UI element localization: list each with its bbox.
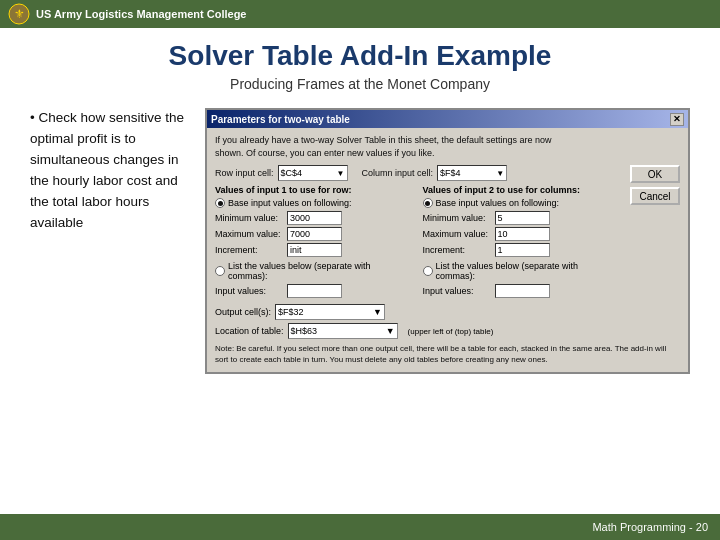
main-content: Solver Table Add-In Example Producing Fr… [0,28,720,384]
left-min-label: Minimum value: [215,213,283,223]
row-dropdown-arrow: ▼ [337,169,345,178]
bullet-item: • Check how sensitive the optimal profit… [30,108,185,234]
col-dropdown-arrow: ▼ [496,169,504,178]
left-radio1-row[interactable]: Base input values on following: [215,198,413,208]
dialog-title-text: Parameters for two-way table [211,114,350,125]
dialog-window: Parameters for two-way table ✕ If you al… [205,108,690,374]
left-group: Values of input 1 to use for row: Base i… [215,185,413,300]
location-row: Location of table: $H$63 ▼ (upper left o… [215,323,680,339]
right-max-row: Maximum value: [423,227,621,241]
info-line2: shown. Of course, you can enter new valu… [215,148,435,158]
dialog-info: If you already have a two-way Solver Tab… [215,134,680,159]
location-dropdown-arrow: ▼ [386,326,395,336]
left-inc-label: Increment: [215,245,283,255]
right-list-label: Input values: [423,286,491,296]
right-max-label: Maximum value: [423,229,491,239]
row-input-row: Row input cell: $C$4 ▼ Column input cell… [215,165,620,181]
footer-text: Math Programming - 20 [592,521,708,533]
left-radio2-row[interactable]: List the values below (separate with com… [215,261,413,281]
two-cols: Values of input 1 to use for row: Base i… [215,185,620,300]
output-label: Output cell(s): [215,307,271,317]
right-group-title: Values of input 2 to use for columns: [423,185,621,195]
location-dropdown[interactable]: $H$63 ▼ [288,323,398,339]
slide-title: Solver Table Add-In Example [30,40,690,72]
right-radio1-row[interactable]: Base input values on following: [423,198,621,208]
right-inc-label: Increment: [423,245,491,255]
left-list-input[interactable] [287,284,342,298]
right-inc-input[interactable] [495,243,550,257]
dialog-body: If you already have a two-way Solver Tab… [207,128,688,372]
right-list-row: Input values: [423,284,621,298]
svg-text:⚜: ⚜ [14,7,25,21]
right-radio1-label: Base input values on following: [436,198,560,208]
dialog-titlebar: Parameters for two-way table ✕ [207,110,688,128]
right-list-input[interactable] [495,284,550,298]
col-input-value: $F$4 [440,168,461,178]
right-max-input[interactable] [495,227,550,241]
left-list-row: Input values: [215,284,413,298]
header-title: US Army Logistics Management College [36,8,246,20]
note-text: Note: Be careful. If you select more tha… [215,343,680,365]
cancel-button[interactable]: Cancel [630,187,680,205]
left-radio2-label: List the values below (separate with com… [228,261,413,281]
footer-bar: Math Programming - 20 [0,514,720,540]
left-list-label: Input values: [215,286,283,296]
ok-button[interactable]: OK [630,165,680,183]
row-input-label: Row input cell: [215,168,274,178]
right-inc-row: Increment: [423,243,621,257]
dialog-close-button[interactable]: ✕ [670,113,684,126]
location-value: $H$63 [291,326,318,336]
left-min-row: Minimum value: [215,211,413,225]
right-radio2-row[interactable]: List the values below (separate with com… [423,261,621,281]
info-line1: If you already have a two-way Solver Tab… [215,135,552,145]
army-logo-icon: ⚜ [8,3,30,25]
location-label: Location of table: [215,326,284,336]
right-min-label: Minimum value: [423,213,491,223]
bullet-text: Check how sensitive the optimal profit i… [30,110,184,230]
output-value: $F$32 [278,307,304,317]
right-radio2[interactable] [423,266,433,276]
left-max-input[interactable] [287,227,342,241]
col-input-dropdown[interactable]: $F$4 ▼ [437,165,507,181]
left-panel: • Check how sensitive the optimal profit… [30,108,185,234]
output-dropdown-arrow: ▼ [373,307,382,317]
content-row: • Check how sensitive the optimal profit… [30,108,690,374]
col-input-label: Column input cell: [362,168,434,178]
left-inc-row: Increment: [215,243,413,257]
header-bar: ⚜ US Army Logistics Management College [0,0,720,28]
left-max-label: Maximum value: [215,229,283,239]
right-radio1[interactable] [423,198,433,208]
left-radio1[interactable] [215,198,225,208]
right-min-row: Minimum value: [423,211,621,225]
output-row: Output cell(s): $F$32 ▼ [215,304,680,320]
left-max-row: Maximum value: [215,227,413,241]
left-inc-input[interactable] [287,243,342,257]
left-radio2[interactable] [215,266,225,276]
right-radio2-label: List the values below (separate with com… [436,261,621,281]
left-group-title: Values of input 1 to use for row: [215,185,413,195]
output-dropdown[interactable]: $F$32 ▼ [275,304,385,320]
right-min-input[interactable] [495,211,550,225]
ok-cancel-col: OK Cancel [630,165,680,205]
upper-left-label: (upper left of (top) table) [408,327,494,336]
row-input-dropdown[interactable]: $C$4 ▼ [278,165,348,181]
row-input-value: $C$4 [281,168,303,178]
left-radio1-label: Base input values on following: [228,198,352,208]
slide-subtitle: Producing Frames at the Monet Company [30,76,690,92]
right-group: Values of input 2 to use for columns: Ba… [423,185,621,300]
left-min-input[interactable] [287,211,342,225]
